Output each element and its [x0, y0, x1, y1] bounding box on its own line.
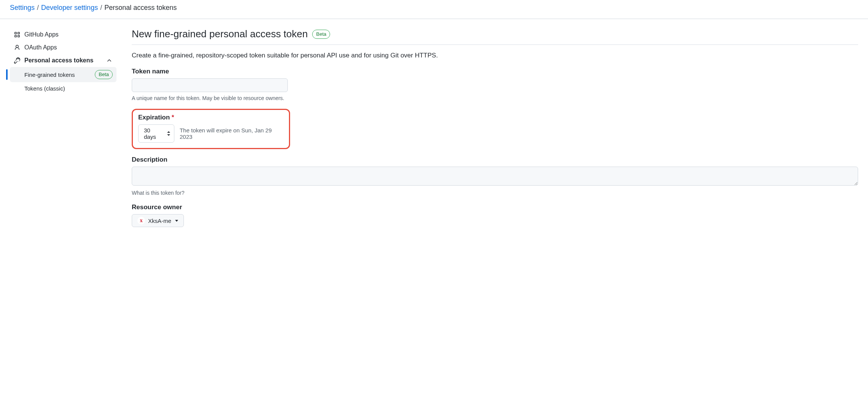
breadcrumb-settings[interactable]: Settings — [10, 4, 35, 12]
expiration-highlight: Expiration * 30 days The token will expi… — [132, 109, 290, 149]
resource-owner-value: XksA-me — [148, 218, 171, 224]
expiration-label: Expiration * — [138, 114, 284, 121]
page-title-row: New fine-grained personal access token B… — [132, 28, 858, 45]
beta-badge: Beta — [312, 30, 330, 39]
breadcrumb-current: Personal access tokens — [104, 4, 177, 12]
breadcrumb-separator: / — [37, 4, 39, 12]
sidebar-item-tokens-classic[interactable]: Tokens (classic) — [10, 82, 116, 95]
sidebar-item-label: OAuth Apps — [24, 44, 57, 51]
resource-owner-label: Resource owner — [132, 204, 858, 211]
select-updown-icon — [167, 131, 170, 136]
person-icon — [14, 44, 21, 51]
sidebar-item-oauth-apps[interactable]: OAuth Apps — [10, 41, 116, 54]
key-icon — [14, 57, 21, 64]
chevron-down-icon — [175, 220, 178, 222]
chevron-up-icon — [106, 57, 113, 64]
description-help: What is this token for? — [132, 190, 858, 196]
expiration-value: 30 days — [144, 127, 163, 140]
sidebar-item-label: GitHub Apps — [24, 31, 59, 38]
sidebar-item-github-apps[interactable]: GitHub Apps — [10, 28, 116, 41]
description-label: Description — [132, 156, 858, 164]
token-name-group: Token name A unique name for this token.… — [132, 68, 858, 101]
resource-owner-select[interactable]: x XksA-me — [132, 214, 184, 227]
breadcrumb-developer-settings[interactable]: Developer settings — [41, 4, 98, 12]
token-name-help: A unique name for this token. May be vis… — [132, 95, 858, 101]
main-content: New fine-grained personal access token B… — [132, 28, 858, 235]
description-textarea[interactable] — [132, 167, 858, 186]
sidebar: GitHub Apps OAuth Apps Personal access t… — [10, 28, 116, 235]
breadcrumb-separator: / — [100, 4, 102, 12]
page-subtitle: Create a fine-grained, repository-scoped… — [132, 52, 858, 59]
expiration-label-text: Expiration — [138, 114, 170, 121]
avatar: x — [137, 217, 145, 224]
sidebar-item-label: Tokens (classic) — [24, 85, 65, 92]
required-star-icon: * — [172, 114, 174, 121]
expiration-select[interactable]: 30 days — [138, 124, 174, 143]
sidebar-item-fine-grained-tokens[interactable]: Fine-grained tokens Beta — [10, 67, 116, 82]
breadcrumb: Settings / Developer settings / Personal… — [0, 0, 868, 19]
beta-badge: Beta — [95, 70, 113, 79]
sidebar-item-personal-access-tokens[interactable]: Personal access tokens — [10, 54, 116, 67]
sidebar-item-label: Fine-grained tokens — [24, 72, 75, 78]
expiration-note: The token will expire on Sun, Jan 29 202… — [180, 127, 284, 140]
token-name-input[interactable] — [132, 78, 288, 92]
sidebar-subnav: Fine-grained tokens Beta Tokens (classic… — [10, 67, 116, 95]
description-group: Description What is this token for? — [132, 156, 858, 196]
resource-owner-group: Resource owner x XksA-me — [132, 204, 858, 227]
apps-icon — [14, 31, 21, 38]
page-title: New fine-grained personal access token — [132, 28, 308, 40]
sidebar-item-label: Personal access tokens — [24, 57, 93, 64]
token-name-label: Token name — [132, 68, 858, 75]
